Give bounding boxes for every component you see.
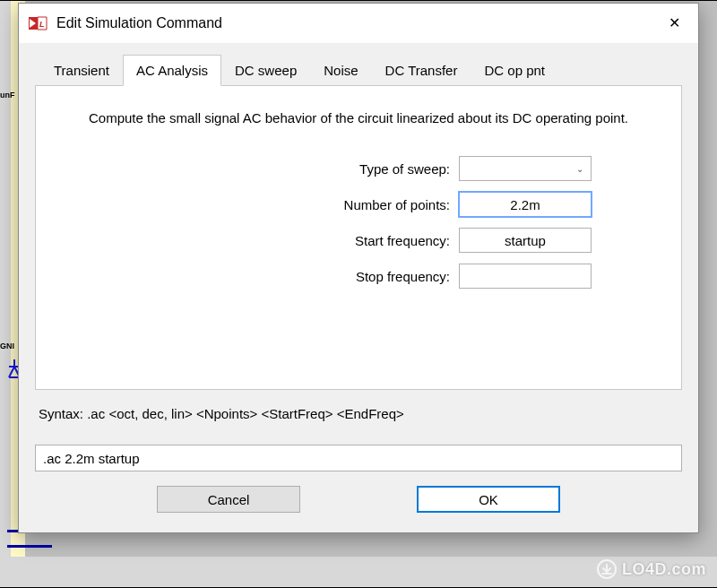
tab-noise[interactable]: Noise: [310, 55, 371, 86]
edit-simulation-dialog: L Edit Simulation Command ✕ Transient AC…: [18, 3, 699, 533]
form: Type of sweep: ⌄ Number of points: Start…: [63, 156, 654, 289]
dialog-title: Edit Simulation Command: [56, 15, 653, 31]
app-icon: L: [28, 13, 48, 33]
dialog-buttons: Cancel OK: [35, 486, 682, 513]
syntax-prefix: Syntax:: [39, 406, 87, 421]
row-start-frequency: Start frequency:: [125, 228, 592, 253]
watermark-text: LO4D.com: [622, 560, 706, 579]
tab-ac-analysis[interactable]: AC Analysis: [123, 55, 221, 86]
tab-dc-sweep[interactable]: DC sweep: [221, 55, 310, 86]
row-type-of-sweep: Type of sweep: ⌄: [125, 156, 592, 181]
wire-icon: [7, 545, 52, 548]
tab-dc-op-pnt[interactable]: DC op pnt: [471, 55, 558, 86]
tab-transient[interactable]: Transient: [40, 55, 123, 86]
chevron-down-icon: ⌄: [576, 164, 583, 174]
tab-dc-transfer[interactable]: DC Transfer: [372, 55, 471, 86]
svg-text:L: L: [39, 20, 45, 29]
row-stop-frequency: Stop frequency:: [125, 264, 592, 289]
command-input[interactable]: [35, 445, 682, 471]
ok-button[interactable]: OK: [417, 486, 560, 513]
label-number-of-points: Number of points:: [344, 197, 450, 212]
type-of-sweep-combobox[interactable]: ⌄: [459, 156, 592, 181]
cancel-button[interactable]: Cancel: [157, 486, 300, 513]
ac-analysis-panel: Compute the small signal AC behavior of …: [35, 85, 682, 390]
close-icon: ✕: [669, 16, 680, 30]
stop-frequency-input[interactable]: [459, 264, 592, 289]
bg-text: unF: [0, 91, 15, 99]
dialog-body: Transient AC Analysis DC sweep Noise DC …: [19, 43, 698, 532]
syntax-text: .ac <oct, dec, lin> <Npoints> <StartFreq…: [87, 406, 404, 421]
download-icon: [597, 559, 617, 579]
panel-description: Compute the small signal AC behavior of …: [72, 109, 645, 127]
syntax-hint: Syntax: .ac <oct, dec, lin> <Npoints> <S…: [39, 406, 678, 421]
titlebar: L Edit Simulation Command ✕: [19, 4, 698, 43]
label-stop-frequency: Stop frequency:: [356, 269, 450, 284]
bg-text: GNI: [0, 342, 14, 350]
label-start-frequency: Start frequency:: [355, 233, 450, 248]
number-of-points-input[interactable]: [459, 192, 592, 217]
close-button[interactable]: ✕: [653, 9, 695, 38]
row-number-of-points: Number of points:: [125, 192, 592, 217]
label-type-of-sweep: Type of sweep:: [359, 161, 450, 177]
start-frequency-input[interactable]: [459, 228, 592, 253]
watermark: LO4D.com: [597, 559, 706, 579]
tabstrip: Transient AC Analysis DC sweep Noise DC …: [35, 54, 682, 85]
